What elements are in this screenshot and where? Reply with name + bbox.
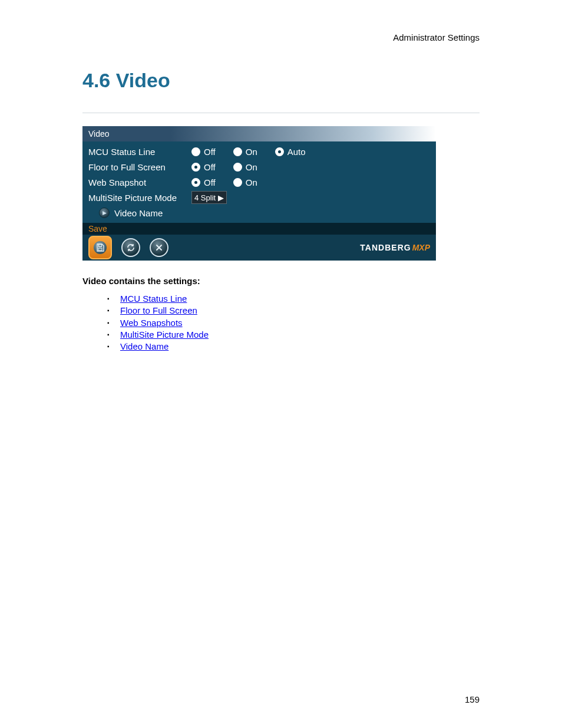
radio-label: Off: [204, 147, 216, 157]
row-video-name[interactable]: ▶ Video Name: [88, 205, 430, 220]
close-icon: [155, 243, 163, 252]
row-web-snapshot: Web Snapshot Off On: [88, 174, 430, 190]
horizontal-rule: [82, 113, 480, 113]
panel-body: MCU Status Line Off On Auto Floor to Ful…: [82, 141, 436, 223]
radio-icon: [233, 147, 242, 156]
radio-label: On: [246, 177, 257, 187]
brand-name: TANDBERG: [360, 243, 411, 252]
list-item: MCU Status Line: [107, 293, 480, 305]
panel-footer: TANDBERGMXP: [82, 235, 436, 261]
refresh-icon: [126, 243, 135, 252]
settings-list-heading: Video contains the settings:: [82, 276, 480, 286]
radio-label: Off: [204, 177, 216, 187]
radio-label: Auto: [287, 147, 306, 157]
breadcrumb-admin-settings: Administrator Settings: [82, 32, 480, 42]
radio-option-on[interactable]: On: [233, 147, 257, 157]
radio-icon: [233, 178, 242, 187]
setting-label: Web Snapshot: [88, 177, 191, 187]
close-button[interactable]: [150, 238, 168, 257]
play-circle-icon: ▶: [99, 207, 110, 218]
setting-label: MCU Status Line: [88, 147, 191, 157]
save-label-bar: Save: [82, 223, 436, 235]
link-web-snapshots[interactable]: Web Snapshots: [120, 318, 183, 328]
video-settings-panel: Video MCU Status Line Off On Auto Floor …: [82, 126, 436, 261]
radio-option-off[interactable]: Off: [191, 177, 216, 187]
radio-option-on[interactable]: On: [233, 162, 257, 172]
list-item: Video Name: [107, 341, 480, 353]
panel-title: Video: [82, 126, 436, 141]
link-video-name[interactable]: Video Name: [120, 341, 168, 351]
chevron-right-icon: ▶: [218, 193, 224, 202]
link-floor-to-full-screen[interactable]: Floor to Full Screen: [120, 305, 197, 315]
radio-option-off[interactable]: Off: [191, 162, 216, 172]
refresh-button[interactable]: [121, 238, 140, 257]
multisite-select[interactable]: 4 Split ▶: [191, 191, 227, 204]
radio-icon: [233, 163, 242, 172]
page-number: 159: [465, 694, 480, 704]
row-mcu-status-line: MCU Status Line Off On Auto: [88, 144, 430, 159]
brand-logo: TANDBERGMXP: [360, 243, 430, 252]
brand-suffix: MXP: [412, 243, 430, 252]
radio-icon-selected: [275, 147, 284, 156]
save-button[interactable]: [88, 236, 112, 259]
row-floor-to-full-screen: Floor to Full Screen Off On: [88, 159, 430, 174]
radio-icon-selected: [191, 178, 200, 187]
radio-icon-selected: [191, 163, 200, 172]
radio-option-on[interactable]: On: [233, 177, 257, 187]
list-item: Web Snapshots: [107, 317, 480, 329]
select-value: 4 Split: [194, 193, 216, 202]
link-mcu-status-line[interactable]: MCU Status Line: [120, 294, 187, 304]
link-multisite-picture-mode[interactable]: MultiSite Picture Mode: [120, 330, 209, 340]
radio-label: On: [246, 147, 257, 157]
list-item: Floor to Full Screen: [107, 305, 480, 317]
setting-label: MultiSite Picture Mode: [88, 193, 191, 203]
setting-label: Video Name: [114, 208, 163, 218]
settings-links-list: MCU Status Line Floor to Full Screen Web…: [107, 293, 480, 353]
svg-rect-0: [99, 245, 102, 247]
page-title: 4.6 Video: [82, 69, 480, 92]
radio-label: On: [246, 162, 257, 172]
radio-option-off[interactable]: Off: [191, 147, 216, 157]
list-item: MultiSite Picture Mode: [107, 329, 480, 341]
footer-button-row: [88, 236, 168, 259]
svg-rect-1: [98, 248, 102, 251]
floppy-icon: [94, 241, 107, 254]
radio-icon: [191, 147, 200, 156]
radio-label: Off: [204, 162, 216, 172]
row-multisite-picture-mode: MultiSite Picture Mode 4 Split ▶: [88, 190, 430, 205]
radio-option-auto[interactable]: Auto: [275, 147, 306, 157]
setting-label: Floor to Full Screen: [88, 162, 191, 172]
